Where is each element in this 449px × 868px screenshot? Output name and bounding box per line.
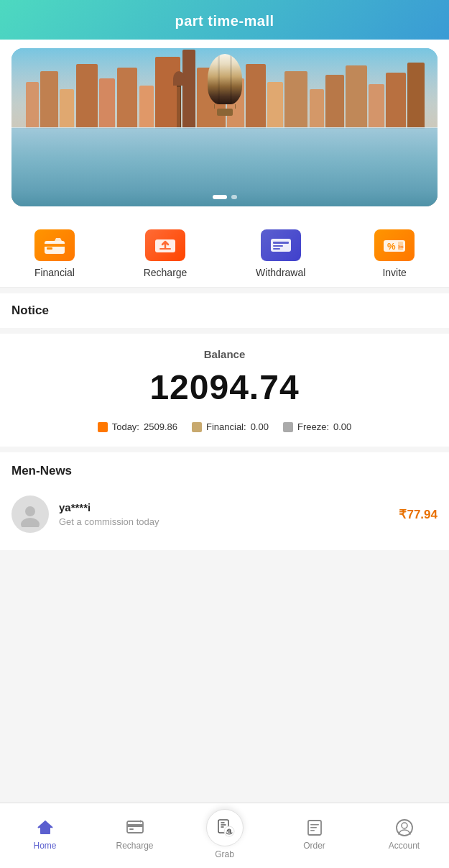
svg-rect-23 (310, 824, 319, 826)
svg-point-21 (224, 826, 234, 836)
notice-section: Notice (0, 293, 449, 328)
financial-balance-label: Financial: (206, 421, 246, 432)
financial-label: Financial (34, 267, 75, 278)
nav-recharge[interactable]: Recharge (114, 818, 157, 851)
financial-icon-bg (34, 229, 75, 261)
svg-rect-18 (127, 824, 143, 827)
banner-image (11, 48, 438, 206)
recharge-label: Recharge (144, 267, 188, 278)
app-header: part time-mall (0, 0, 449, 40)
nav-grab-label: Grab (215, 849, 234, 859)
freeze-dot (283, 422, 293, 432)
notice-title: Notice (11, 303, 49, 317)
recharge-icon-bg (145, 229, 185, 261)
svg-rect-6 (273, 242, 289, 244)
nav-recharge-label: Recharge (116, 841, 153, 851)
today-value: 2509.86 (144, 421, 177, 432)
freeze-value: 0.00 (333, 421, 351, 432)
today-balance: Today: 2509.86 (98, 421, 177, 432)
grab-icon (206, 809, 244, 846)
nav-order[interactable]: Order (293, 818, 336, 851)
svg-text:✂: ✂ (398, 243, 404, 251)
svg-rect-7 (273, 245, 283, 247)
recharge-nav-icon (125, 818, 145, 838)
withdrawal-icon (269, 235, 292, 255)
balance-section: Balance 12094.74 Today: 2509.86 Financia… (0, 334, 449, 447)
svg-text:%: % (387, 241, 396, 252)
financial-balance-value: 0.00 (251, 421, 269, 432)
dot-inactive (231, 195, 237, 199)
home-icon (35, 818, 55, 838)
account-icon (394, 818, 415, 838)
quick-actions: Financial Recharge (0, 218, 449, 288)
nav-home-label: Home (33, 841, 56, 851)
financial-balance: Financial: 0.00 (192, 421, 269, 432)
bottom-nav: Home Recharge Grab (0, 803, 449, 868)
svg-rect-2 (47, 247, 52, 250)
balance-amount: 12094.74 (11, 367, 438, 407)
svg-rect-16 (43, 831, 47, 834)
svg-point-27 (402, 823, 407, 828)
news-username: ya****i (59, 501, 389, 513)
svg-rect-4 (159, 248, 171, 250)
action-invite[interactable]: % ✂ Invite (374, 229, 415, 278)
svg-rect-1 (45, 244, 65, 247)
nav-home[interactable]: Home (24, 818, 67, 851)
svg-point-14 (21, 518, 40, 527)
nav-order-label: Order (303, 841, 325, 851)
balance-label: Balance (11, 348, 438, 360)
svg-rect-19 (129, 828, 134, 830)
action-withdrawal[interactable]: Withdrawal (256, 229, 305, 278)
mennews-section: Men-News ya****i Get a commission today … (0, 452, 449, 550)
invite-icon-bg: % ✂ (374, 229, 415, 261)
buildings-reflection (11, 87, 438, 127)
banner-container[interactable] (11, 48, 438, 206)
news-item: ya****i Get a commission today ₹77.94 (11, 490, 438, 539)
svg-point-13 (25, 506, 35, 516)
svg-rect-8 (273, 248, 280, 250)
withdrawal-label: Withdrawal (256, 267, 305, 278)
news-avatar (11, 495, 49, 533)
freeze-balance: Freeze: 0.00 (283, 421, 351, 432)
banner-section (0, 40, 449, 218)
dot-active (213, 195, 227, 199)
action-financial[interactable]: Financial (34, 229, 75, 278)
app-title: part time-mall (175, 13, 274, 29)
action-recharge[interactable]: Recharge (144, 229, 188, 278)
financial-icon (43, 235, 66, 255)
mennews-title: Men-News (11, 464, 438, 478)
order-icon (305, 818, 325, 838)
nav-account-label: Account (389, 841, 420, 851)
recharge-icon (154, 235, 177, 255)
today-label: Today: (112, 421, 139, 432)
withdrawal-icon-bg (261, 229, 301, 261)
nav-grab[interactable]: Grab (203, 809, 246, 859)
balance-details: Today: 2509.86 Financial: 0.00 Freeze: 0… (11, 421, 438, 432)
svg-rect-24 (310, 827, 317, 828)
avatar-icon (17, 501, 43, 527)
financial-dot (192, 422, 202, 432)
horizon-line (11, 127, 438, 128)
nav-account[interactable]: Account (383, 818, 426, 851)
banner-dots (213, 195, 237, 199)
news-subtitle: Get a commission today (59, 516, 389, 527)
today-dot (98, 422, 108, 432)
invite-label: Invite (382, 267, 406, 278)
news-info: ya****i Get a commission today (59, 501, 389, 527)
invite-icon: % ✂ (383, 235, 406, 255)
svg-rect-25 (310, 830, 315, 831)
freeze-label: Freeze: (297, 421, 329, 432)
news-amount: ₹77.94 (399, 507, 438, 522)
